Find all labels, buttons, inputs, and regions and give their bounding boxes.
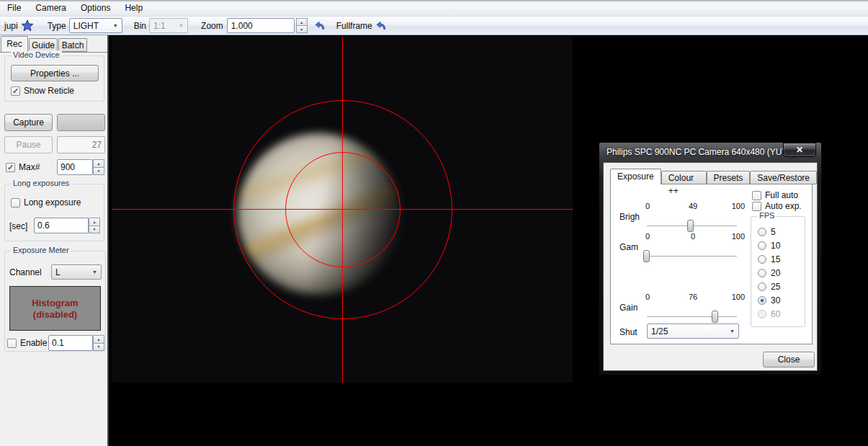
full-auto-checkbox[interactable]: ✓ <box>752 191 761 200</box>
app-window: File Camera Options Help jupi Type LIGHT… <box>0 0 868 446</box>
properties-button[interactable]: Properties ... <box>11 65 99 81</box>
slider-max-label: 100 <box>732 202 745 210</box>
dialog-tab-strip: Exposure Colour ++ Presets Save/Restore <box>610 169 817 184</box>
fps-option-10: 10 <box>758 241 780 251</box>
spin-down-icon[interactable]: ▼ <box>93 344 104 352</box>
spin-up-icon[interactable]: ▲ <box>89 218 100 226</box>
panel-tab-strip: Rec Guide Batch <box>0 35 107 52</box>
sec-input[interactable] <box>34 218 89 233</box>
fullframe-undo-icon[interactable] <box>375 19 389 33</box>
fullframe-label: Fullframe <box>336 21 372 31</box>
histogram-text-line2: (disabled) <box>10 309 100 321</box>
menu-bar: File Camera Options Help <box>0 0 868 17</box>
tab-colour[interactable]: Colour ++ <box>661 171 707 184</box>
brightness-slider-track[interactable] <box>647 226 737 227</box>
radio-icon[interactable] <box>758 241 766 250</box>
brightness-label: Brigh <box>619 212 640 222</box>
spin-up-icon[interactable]: ▲ <box>93 335 104 344</box>
exposure-meter-group: Exposure Meter Channel L ▼ Histogram (di… <box>4 251 106 352</box>
slider-min-label: 0 <box>645 202 650 210</box>
spin-down-icon[interactable]: ▼ <box>93 168 104 176</box>
menu-options[interactable]: Options <box>73 0 117 16</box>
left-panel: Rec Guide Batch Video Device Properties … <box>0 35 109 446</box>
check-icon: ✓ <box>7 164 14 171</box>
chevron-down-icon: ▼ <box>113 23 118 28</box>
check-icon: ✓ <box>12 87 19 94</box>
fps-option-label: 30 <box>771 295 780 305</box>
exposure-meter-group-title: Exposure Meter <box>11 246 71 254</box>
channel-combobox[interactable]: L ▼ <box>51 264 102 280</box>
shutter-combobox[interactable]: 1/25 ▼ <box>647 324 739 339</box>
fps-option-20: 20 <box>758 268 780 278</box>
chevron-down-icon: ▼ <box>730 329 735 334</box>
zoom-label: Zoom <box>201 21 223 31</box>
enable-checkbox[interactable]: ✓ <box>7 339 17 348</box>
slider-value-label: 49 <box>689 202 697 210</box>
enable-threshold-input[interactable] <box>48 335 93 351</box>
tab-rec[interactable]: Rec <box>1 36 28 52</box>
zoom-input[interactable] <box>227 18 295 33</box>
long-exposure-label: Long exposure <box>24 197 81 208</box>
auto-exp-row: ✓ Auto exp. <box>752 201 802 211</box>
show-reticle-checkbox[interactable]: ✓ <box>11 86 20 96</box>
radio-icon[interactable] <box>758 269 766 277</box>
fps-option-60: 60 <box>758 309 780 319</box>
histogram-text-line1: Histogram <box>10 298 100 309</box>
fps-option-label: 10 <box>771 241 780 251</box>
gamma-slider-track[interactable] <box>647 256 737 257</box>
zoom-spinner: ▲ ▼ <box>296 18 308 33</box>
dialog-title[interactable]: Philips SPC 900NC PC Camera 640x480 (YUY… <box>607 143 795 162</box>
star-icon[interactable] <box>20 19 35 33</box>
radio-icon[interactable] <box>758 282 766 291</box>
max-frames-spinner: ▲ ▼ <box>93 159 104 175</box>
menu-camera[interactable]: Camera <box>28 0 73 16</box>
close-button[interactable]: Close <box>763 352 815 367</box>
brightness-slider-thumb[interactable] <box>687 220 694 232</box>
channel-value: L <box>55 267 61 277</box>
long-exposures-group-title: Long exposures <box>11 179 71 187</box>
radio-icon[interactable] <box>758 255 766 264</box>
bin-value: 1:1 <box>153 21 166 31</box>
max-frames-checkbox[interactable]: ✓ <box>6 163 15 172</box>
capture-button[interactable]: Capture <box>4 114 53 131</box>
auto-exp-label: Auto exp. <box>765 201 802 211</box>
spin-down-icon[interactable]: ▼ <box>296 26 308 33</box>
gain-slider-thumb[interactable] <box>712 311 718 323</box>
shutter-value: 1/25 <box>651 326 668 336</box>
video-device-group: Video Device Properties ... ✓ Show Retic… <box>4 55 104 102</box>
tab-batch[interactable]: Batch <box>58 38 87 52</box>
exposure-tab-page: 0 49 100 Brigh 0 0 100 Gam <box>610 184 813 344</box>
radio-icon[interactable] <box>758 228 766 236</box>
close-icon[interactable]: ✕ <box>783 143 816 157</box>
slider-min-label: 0 <box>645 293 650 301</box>
max-frames-input[interactable] <box>57 159 93 175</box>
chevron-down-icon: ▼ <box>92 269 97 275</box>
slider-value-label: 76 <box>689 293 697 301</box>
long-exposure-checkbox[interactable]: ✓ <box>11 198 20 208</box>
slider-max-label: 100 <box>732 232 745 241</box>
tab-save-restore[interactable]: Save/Restore <box>750 171 817 184</box>
tab-presets[interactable]: Presets <box>707 171 751 184</box>
pause-button[interactable]: Pause <box>4 136 53 153</box>
camera-properties-dialog: Philips SPC 900NC PC Camera 640x480 (YUY… <box>599 142 822 375</box>
filename-prefix-label: jupi <box>4 21 18 31</box>
toolbar: jupi Type LIGHT ▼ Bin 1:1 ▼ Zoom ▲ ▼ Ful… <box>0 17 868 35</box>
bin-combobox[interactable]: 1:1 ▼ <box>149 18 188 33</box>
radio-disabled-icon[interactable] <box>758 310 766 318</box>
spin-down-icon[interactable]: ▼ <box>89 226 100 234</box>
spin-up-icon[interactable]: ▲ <box>93 159 104 168</box>
tab-exposure[interactable]: Exposure <box>610 169 661 184</box>
gamma-slider-thumb[interactable] <box>643 250 650 262</box>
gamma-label: Gam <box>619 242 638 252</box>
gain-label: Gain <box>619 303 637 313</box>
type-combobox[interactable]: LIGHT ▼ <box>69 18 122 33</box>
video-frame[interactable] <box>112 37 573 383</box>
radio-selected-icon[interactable] <box>758 296 766 305</box>
gamma-slider-block: 0 0 100 Gam <box>611 232 755 267</box>
gain-slider-track[interactable] <box>647 316 737 318</box>
zoom-reset-undo-icon[interactable] <box>313 19 328 33</box>
menu-help[interactable]: Help <box>117 0 150 16</box>
auto-exp-checkbox[interactable]: ✓ <box>752 202 761 211</box>
spin-up-icon[interactable]: ▲ <box>296 18 308 26</box>
menu-file[interactable]: File <box>0 0 28 16</box>
